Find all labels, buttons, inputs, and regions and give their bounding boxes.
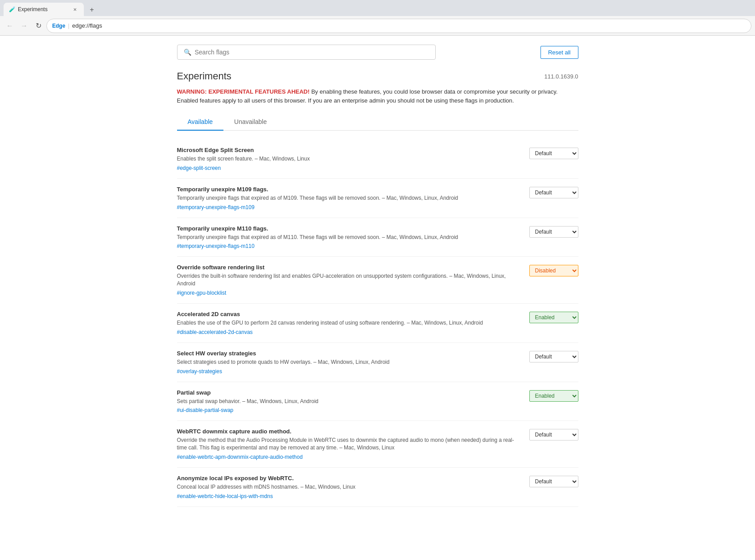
page-title: Experiments bbox=[177, 70, 231, 82]
flag-select[interactable]: DefaultEnabledDisabled bbox=[529, 265, 578, 276]
flag-link[interactable]: #ignore-gpu-blocklist bbox=[177, 290, 227, 296]
flag-control: DefaultEnabledDisabled bbox=[529, 147, 578, 159]
flag-select[interactable]: DefaultEnabledDisabled bbox=[529, 312, 578, 323]
flag-control: DefaultEnabledDisabled bbox=[529, 225, 578, 238]
flag-control: DefaultEnabledDisabled bbox=[529, 389, 578, 402]
refresh-button[interactable]: ↻ bbox=[32, 20, 45, 32]
flag-description: Sets partial swap behavior. – Mac, Windo… bbox=[177, 398, 520, 405]
flag-item: Anonymize local IPs exposed by WebRTC.Co… bbox=[177, 468, 578, 507]
flag-control: DefaultEnabledDisabled bbox=[529, 428, 578, 441]
flag-item: Temporarily unexpire M110 flags.Temporar… bbox=[177, 218, 578, 257]
flag-item: Select HW overlay strategiesSelect strat… bbox=[177, 343, 578, 382]
reset-all-button[interactable]: Reset all bbox=[540, 46, 578, 59]
flag-item: WebRTC downmix capture audio method.Over… bbox=[177, 421, 578, 468]
search-box-container: 🔍 bbox=[177, 45, 436, 60]
address-bar[interactable]: Edge | edge://flags bbox=[46, 19, 751, 33]
flag-link[interactable]: #temporary-unexpire-flags-m110 bbox=[177, 243, 255, 249]
flag-select[interactable]: DefaultEnabledDisabled bbox=[529, 226, 578, 238]
tab-bar: 🧪 Experiments ✕ + bbox=[0, 0, 755, 16]
flag-info: Override software rendering listOverride… bbox=[177, 264, 520, 296]
flag-control: DefaultEnabledDisabled bbox=[529, 475, 578, 487]
flag-name: Temporarily unexpire M109 flags. bbox=[177, 186, 520, 193]
experiments-header: Experiments 111.0.1639.0 bbox=[177, 70, 578, 82]
flag-link[interactable]: #overlay-strategies bbox=[177, 368, 222, 375]
flag-name: Override software rendering list bbox=[177, 264, 520, 271]
flag-description: Overrides the built-in software renderin… bbox=[177, 272, 520, 288]
tab-unavailable[interactable]: Unavailable bbox=[223, 114, 277, 131]
flag-name: Accelerated 2D canvas bbox=[177, 311, 520, 317]
flag-info: Select HW overlay strategiesSelect strat… bbox=[177, 350, 520, 375]
flag-info: Anonymize local IPs exposed by WebRTC.Co… bbox=[177, 475, 520, 499]
flag-name: Microsoft Edge Split Screen bbox=[177, 147, 520, 153]
browser-chrome: 🧪 Experiments ✕ + ← → ↻ Edge | edge://fl… bbox=[0, 0, 755, 36]
flag-control: DefaultEnabledDisabled bbox=[529, 350, 578, 362]
flag-item: Temporarily unexpire M109 flags.Temporar… bbox=[177, 179, 578, 218]
flag-link[interactable]: #edge-split-screen bbox=[177, 165, 221, 171]
flag-select[interactable]: DefaultEnabledDisabled bbox=[529, 429, 578, 441]
flag-item: Accelerated 2D canvasEnables the use of … bbox=[177, 304, 578, 343]
flag-select[interactable]: DefaultEnabledDisabled bbox=[529, 148, 578, 159]
flag-info: Temporarily unexpire M109 flags.Temporar… bbox=[177, 186, 520, 210]
search-input[interactable] bbox=[195, 49, 429, 56]
version-text: 111.0.1639.0 bbox=[545, 70, 578, 80]
new-tab-button[interactable]: + bbox=[86, 4, 98, 16]
flag-info: Partial swapSets partial swap behavior. … bbox=[177, 389, 520, 414]
flag-link[interactable]: #enable-webrtc-hide-local-ips-with-mdns bbox=[177, 493, 273, 499]
flag-item: Microsoft Edge Split ScreenEnables the s… bbox=[177, 140, 578, 179]
flag-name: Select HW overlay strategies bbox=[177, 350, 520, 357]
flag-name: Partial swap bbox=[177, 389, 520, 396]
search-area: 🔍 Reset all bbox=[177, 45, 578, 60]
flag-info: WebRTC downmix capture audio method.Over… bbox=[177, 428, 520, 460]
tab-title: Experiments bbox=[18, 6, 69, 12]
flag-link[interactable]: #temporary-unexpire-flags-m109 bbox=[177, 204, 255, 210]
active-tab[interactable]: 🧪 Experiments ✕ bbox=[4, 3, 84, 16]
flag-select[interactable]: DefaultEnabledDisabled bbox=[529, 351, 578, 362]
flag-info: Microsoft Edge Split ScreenEnables the s… bbox=[177, 147, 520, 171]
flag-control: DefaultEnabledDisabled bbox=[529, 311, 578, 323]
flag-description: Conceal local IP addresses with mDNS hos… bbox=[177, 483, 520, 491]
flag-link[interactable]: #enable-webrtc-apm-downmix-capture-audio… bbox=[177, 454, 303, 460]
flag-name: WebRTC downmix capture audio method. bbox=[177, 428, 520, 435]
flag-info: Temporarily unexpire M110 flags.Temporar… bbox=[177, 225, 520, 250]
warning-text: WARNING: EXPERIMENTAL FEATURES AHEAD! By… bbox=[177, 87, 578, 105]
flag-item: Partial swapSets partial swap behavior. … bbox=[177, 382, 578, 421]
flag-description: Enables the split screen feature. – Mac,… bbox=[177, 155, 520, 163]
edge-logo: Edge bbox=[52, 23, 65, 29]
warning-bold: WARNING: EXPERIMENTAL FEATURES AHEAD! bbox=[177, 88, 310, 95]
flag-name: Temporarily unexpire M110 flags. bbox=[177, 225, 520, 232]
tab-close-button[interactable]: ✕ bbox=[71, 6, 78, 13]
experiments-container: Experiments 111.0.1639.0 WARNING: EXPERI… bbox=[177, 70, 578, 507]
flag-link[interactable]: #ui-disable-partial-swap bbox=[177, 407, 234, 413]
flag-description: Select strategies used to promote quads … bbox=[177, 358, 520, 366]
flag-link[interactable]: #disable-accelerated-2d-canvas bbox=[177, 329, 253, 335]
flags-list: Microsoft Edge Split ScreenEnables the s… bbox=[177, 140, 578, 507]
tab-favicon: 🧪 bbox=[9, 6, 15, 12]
search-icon: 🔍 bbox=[184, 49, 191, 56]
nav-bar: ← → ↻ Edge | edge://flags bbox=[0, 16, 755, 36]
flag-description: Enables the use of the GPU to perform 2d… bbox=[177, 319, 520, 327]
flag-item: Override software rendering listOverride… bbox=[177, 257, 578, 304]
address-text: edge://flags bbox=[72, 22, 746, 29]
flag-name: Anonymize local IPs exposed by WebRTC. bbox=[177, 475, 520, 482]
flag-select[interactable]: DefaultEnabledDisabled bbox=[529, 187, 578, 198]
tabs-bar: Available Unavailable bbox=[177, 114, 578, 131]
tab-available[interactable]: Available bbox=[177, 114, 224, 131]
flag-select[interactable]: DefaultEnabledDisabled bbox=[529, 476, 578, 487]
back-button[interactable]: ← bbox=[4, 20, 16, 32]
flag-select[interactable]: DefaultEnabledDisabled bbox=[529, 390, 578, 402]
flag-control: DefaultEnabledDisabled bbox=[529, 186, 578, 198]
forward-button[interactable]: → bbox=[18, 20, 30, 32]
flag-control: DefaultEnabledDisabled bbox=[529, 264, 578, 276]
flag-info: Accelerated 2D canvasEnables the use of … bbox=[177, 311, 520, 335]
page-content: 🔍 Reset all Experiments 111.0.1639.0 WAR… bbox=[0, 36, 755, 560]
flag-description: Override the method that the Audio Proce… bbox=[177, 436, 520, 452]
flag-description: Temporarily unexpire flags that expired … bbox=[177, 234, 520, 241]
flag-description: Temporarily unexpire flags that expired … bbox=[177, 194, 520, 202]
